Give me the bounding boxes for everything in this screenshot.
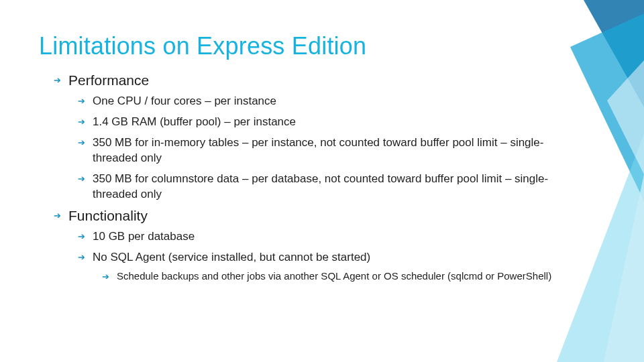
sub-list-item: ➔ Schedule backups and other jobs via an… (102, 269, 584, 283)
arrow-icon: ➔ (78, 137, 87, 168)
list-item: ➔ No SQL Agent (service installed, but c… (78, 250, 584, 265)
slide-title: Limitations on Express Edition (39, 32, 584, 60)
list-item-text: No SQL Agent (service installed, but can… (93, 250, 584, 265)
arrow-icon: ➔ (78, 251, 87, 267)
arrow-icon: ➔ (54, 210, 63, 227)
list-item: ➔ 350 MB for columnstore data – per data… (78, 172, 584, 202)
arrow-icon: ➔ (78, 95, 87, 111)
section-heading-text: Functionality (68, 208, 584, 224)
sub-list-item-text: Schedule backups and other jobs via anot… (117, 269, 584, 283)
list-item: ➔ 10 GB per database (78, 229, 584, 245)
list-item: ➔ One CPU / four cores – per instance (78, 94, 584, 109)
arrow-icon: ➔ (78, 231, 87, 246)
slide: Limitations on Express Edition ➔ Perform… (0, 0, 644, 362)
arrow-icon: ➔ (102, 271, 111, 284)
list-item-text: 1.4 GB RAM (buffer pool) – per instance (93, 115, 584, 130)
arrow-icon: ➔ (54, 75, 63, 91)
list-item-text: 10 GB per database (93, 229, 584, 245)
section-heading-text: Performance (68, 72, 584, 88)
svg-marker-3 (604, 174, 644, 362)
slide-content: Limitations on Express Edition ➔ Perform… (39, 32, 584, 286)
list-item-text: 350 MB for in-memory tables – per instan… (93, 135, 584, 166)
section-heading: ➔ Performance (54, 72, 584, 88)
svg-marker-0 (584, 0, 644, 107)
arrow-icon: ➔ (78, 116, 87, 131)
list-item-text: One CPU / four cores – per instance (93, 94, 584, 109)
list-item-text: 350 MB for columnstore data – per databa… (93, 172, 584, 202)
arrow-icon: ➔ (78, 173, 87, 204)
section-heading: ➔ Functionality (54, 208, 584, 224)
list-item: ➔ 350 MB for in-memory tables – per inst… (78, 135, 584, 166)
svg-marker-4 (607, 60, 644, 174)
list-item: ➔ 1.4 GB RAM (buffer pool) – per instanc… (78, 115, 584, 130)
